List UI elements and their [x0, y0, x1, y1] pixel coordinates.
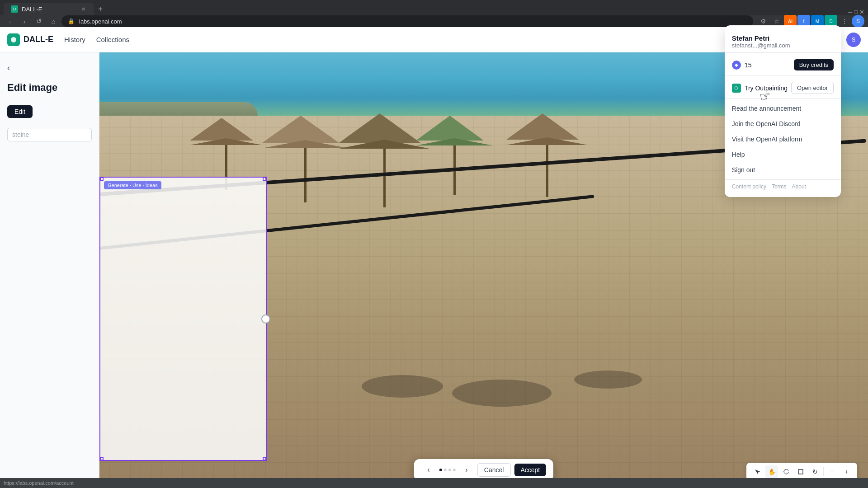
nav-history[interactable]: History — [64, 36, 85, 43]
dropdown-user-email: stefanst...@gmail.com — [732, 42, 834, 49]
credits-count: 15 — [745, 61, 790, 69]
status-url: https://labs.openai.com/account — [4, 480, 74, 486]
refresh-tool[interactable]: ↻ — [809, 465, 821, 478]
umbrella-4 — [416, 116, 493, 195]
crop-tool[interactable] — [794, 465, 807, 478]
search-container — [0, 124, 99, 145]
selection-tooltip: Generate · Use · Ideas — [104, 181, 161, 189]
toolbar-divider — [823, 467, 824, 476]
umbrella-5 — [506, 113, 588, 197]
user-dropdown-menu: Stefan Petri stefanst...@gmail.com ◆ 15 … — [725, 25, 841, 197]
edit-tab-button[interactable]: Edit — [7, 105, 33, 118]
logo-icon — [7, 33, 20, 46]
back-button[interactable]: ‹ — [0, 60, 99, 76]
dot-4[interactable] — [453, 469, 456, 471]
selection-handle[interactable] — [261, 314, 270, 324]
about-link[interactable]: About — [792, 183, 806, 190]
help-item[interactable]: Help — [725, 147, 841, 162]
dropdown-user-header: Stefan Petri stefanst...@gmail.com — [725, 29, 841, 53]
join-discord-item[interactable]: Join the OpenAI Discord — [725, 116, 841, 131]
canvas-toolbar: ‹ › Cancel Accept — [414, 459, 553, 481]
profile-avatar[interactable]: S — [852, 15, 864, 28]
page-title: Edit image — [0, 80, 99, 99]
window-maximize[interactable]: □ — [854, 9, 858, 15]
tab-title: DALL-E — [22, 6, 42, 13]
home-button[interactable]: ⌂ — [47, 15, 60, 28]
try-outpainting-text: Try Outpainting — [745, 84, 788, 92]
umbrella-2 — [262, 116, 348, 202]
slide-dots — [439, 469, 456, 471]
app-title: DALL-E — [24, 35, 53, 44]
shadow-1 — [362, 375, 443, 398]
back-button[interactable]: ‹ — [4, 15, 16, 28]
url-text: labs.openai.com — [79, 18, 122, 25]
crop-icon — [797, 469, 804, 475]
visit-platform-item[interactable]: Visit the OpenAI platform — [725, 131, 841, 147]
search-input[interactable] — [7, 128, 92, 141]
tab-favicon: D — [11, 5, 18, 13]
sign-out-item[interactable]: Sign out — [725, 162, 841, 178]
selection-box[interactable]: Generate · Use · Ideas — [99, 177, 267, 461]
shadow-2 — [452, 380, 552, 407]
edit-tab-container: Edit — [0, 103, 99, 121]
outpainting-icon: ⬡ — [732, 84, 741, 93]
more-icon[interactable]: ⋮ — [838, 15, 851, 28]
browser-chrome: D DALL-E ✕ + ─ □ ✕ ‹ › ↺ ⌂ 🔒 labs.openai… — [0, 0, 868, 27]
svg-point-0 — [11, 37, 16, 42]
user-avatar[interactable]: S — [846, 33, 861, 47]
zoom-in-button[interactable]: + — [840, 465, 853, 478]
svg-rect-1 — [798, 469, 803, 474]
terms-link[interactable]: Terms — [772, 183, 787, 190]
address-field[interactable]: 🔒 labs.openai.com — [61, 15, 753, 27]
credits-icon: ◆ — [732, 61, 741, 70]
status-bar: https://labs.openai.com/account — [0, 478, 868, 488]
window-minimize[interactable]: ─ — [848, 9, 852, 15]
buy-credits-button[interactable]: Buy credits — [794, 59, 834, 70]
forward-button[interactable]: › — [18, 15, 31, 28]
cancel-button[interactable]: Cancel — [477, 463, 511, 477]
window-close[interactable]: ✕ — [859, 9, 864, 15]
shadow-3 — [574, 371, 642, 389]
dropdown-credits-row: ◆ 15 Buy credits — [725, 55, 841, 75]
lasso-tool[interactable] — [780, 465, 793, 478]
lasso-icon — [783, 469, 789, 475]
next-button[interactable]: › — [459, 463, 474, 477]
active-tab[interactable]: D DALL-E ✕ — [4, 3, 94, 15]
accept-button[interactable]: Accept — [514, 464, 546, 476]
tab-bar: D DALL-E ✕ + ─ □ ✕ — [0, 0, 868, 15]
nav-collections[interactable]: Collections — [96, 36, 129, 43]
reload-button[interactable]: ↺ — [33, 15, 45, 28]
zoom-out-button[interactable]: − — [826, 465, 838, 478]
left-panel: ‹ Edit image Edit — [0, 52, 99, 488]
open-editor-button[interactable]: Open editor — [791, 82, 834, 94]
new-tab-button[interactable]: + — [94, 3, 107, 15]
read-announcement-item[interactable]: Read the announcement — [725, 101, 841, 116]
back-arrow-icon: ‹ — [7, 63, 10, 73]
cursor-tool[interactable] — [751, 465, 764, 478]
cursor-icon — [754, 469, 760, 475]
tab-close-button[interactable]: ✕ — [80, 5, 87, 13]
hand-tool[interactable]: ✋ — [765, 465, 778, 478]
dropdown-footer: Content policy Terms About — [725, 179, 841, 193]
dot-2[interactable] — [444, 469, 447, 471]
content-policy-link[interactable]: Content policy — [732, 183, 766, 190]
lock-icon: 🔒 — [68, 18, 75, 24]
dot-3[interactable] — [448, 469, 451, 471]
dropdown-user-name: Stefan Petri — [732, 34, 834, 42]
app-logo: DALL-E — [7, 33, 53, 46]
prev-button[interactable]: ‹ — [421, 463, 436, 477]
dropdown-outpainting-row: ⬡ Try Outpainting Open editor — [725, 77, 841, 99]
dot-1[interactable] — [439, 469, 442, 471]
